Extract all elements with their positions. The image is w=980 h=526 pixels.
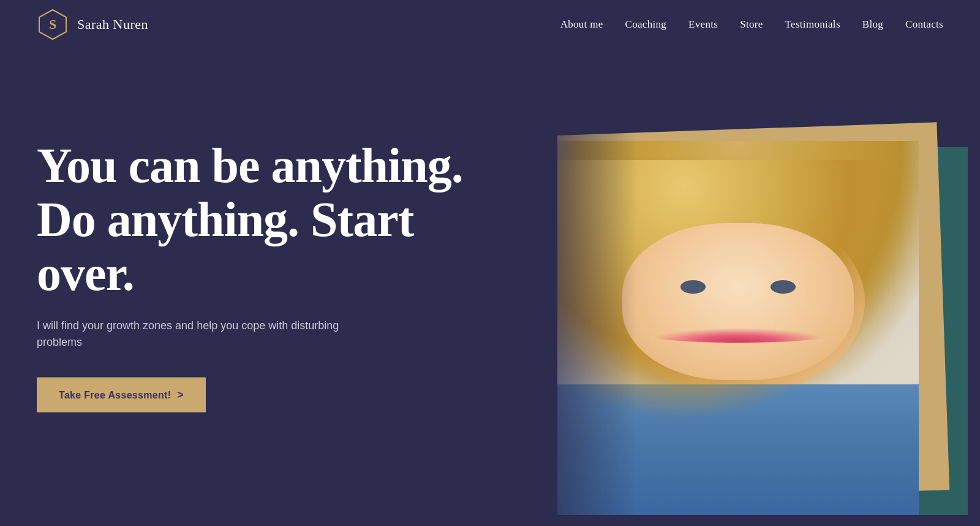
portrait-face-skin <box>622 223 854 380</box>
cta-arrow-icon: > <box>177 389 184 402</box>
logo-hexagon-icon: S <box>37 9 69 40</box>
hero-content: You can be anything. Do anything. Start … <box>37 114 478 413</box>
nav-testimonials[interactable]: Testimonials <box>785 18 840 31</box>
hero-section: You can be anything. Do anything. Start … <box>0 0 980 526</box>
nav-about-me[interactable]: About me <box>560 18 603 31</box>
header: S Sarah Nuren About me Coaching Events S… <box>0 0 980 49</box>
nav-contacts[interactable]: Contacts <box>905 18 943 31</box>
hero-subtext: I will find your growth zones and help y… <box>37 318 380 351</box>
hero-headline: You can be anything. Do anything. Start … <box>37 139 478 300</box>
nav-blog[interactable]: Blog <box>862 18 883 31</box>
nav-coaching[interactable]: Coaching <box>625 18 667 31</box>
cta-button[interactable]: Take Free Assessment! > <box>37 378 206 413</box>
cta-label: Take Free Assessment! <box>59 389 171 400</box>
portrait-eyes <box>648 276 829 299</box>
logo-name: Sarah Nuren <box>77 17 148 32</box>
main-nav: About me Coaching Events Store Testimoni… <box>560 18 943 31</box>
hero-image-area <box>514 0 980 526</box>
image-blend-overlay <box>514 0 637 526</box>
logo-letter: S <box>49 17 56 32</box>
nav-events[interactable]: Events <box>688 18 718 31</box>
nav-store[interactable]: Store <box>740 18 763 31</box>
logo-link[interactable]: S Sarah Nuren <box>37 9 148 40</box>
